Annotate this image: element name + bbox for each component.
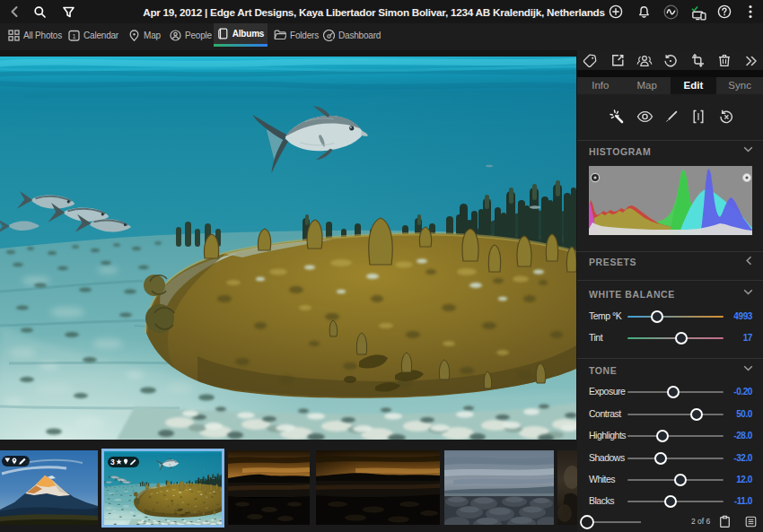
svg-text:1: 1	[73, 31, 76, 39]
